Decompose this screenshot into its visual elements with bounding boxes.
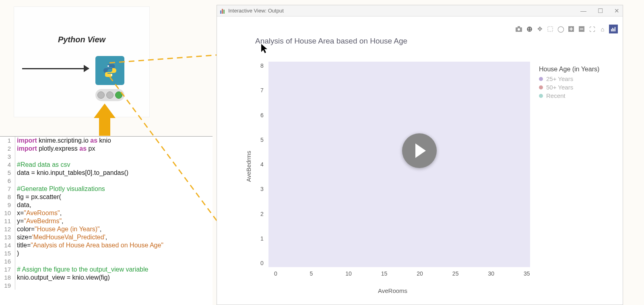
- legend-item[interactable]: 50+ Years: [539, 84, 599, 91]
- plotly-logo-icon[interactable]: [609, 25, 618, 33]
- y-tick: 5: [260, 137, 264, 143]
- x-tick: 0: [274, 270, 277, 277]
- chart-legend[interactable]: House Age (in Years) 25+ Years50+ YearsR…: [539, 66, 599, 101]
- camera-icon[interactable]: [515, 25, 523, 33]
- box-select-icon[interactable]: [546, 25, 554, 33]
- svg-point-1: [111, 74, 112, 76]
- reset-axes-icon[interactable]: ⌂: [599, 25, 607, 33]
- y-tick: 2: [260, 211, 264, 217]
- play-button[interactable]: [402, 133, 437, 168]
- y-tick: 3: [260, 186, 264, 192]
- zoom-out-icon[interactable]: [578, 25, 586, 33]
- svg-rect-9: [612, 28, 613, 31]
- y-tick: 6: [260, 112, 264, 118]
- x-axis-label: AveRooms: [378, 287, 407, 294]
- legend-item[interactable]: 25+ Years: [539, 75, 599, 82]
- y-axis-label: AveBedrms: [245, 151, 252, 182]
- plot-area[interactable]: [268, 62, 530, 267]
- x-tick: 5: [310, 270, 313, 277]
- x-tick: 15: [381, 270, 388, 277]
- window-icon: [220, 8, 226, 14]
- legend-item[interactable]: Recent: [539, 92, 599, 99]
- autoscale-icon[interactable]: ⛶: [588, 25, 596, 33]
- lasso-icon[interactable]: ◯: [557, 25, 565, 33]
- zoom-in-icon[interactable]: [567, 25, 575, 33]
- x-tick: 20: [417, 270, 423, 277]
- zoom-icon[interactable]: ⊕: [525, 25, 533, 33]
- y-tick: 7: [260, 87, 264, 93]
- legend-title: House Age (in Years): [539, 66, 599, 73]
- output-window: Interactive View: Output — ☐ ✕ ⊕ ✥ ◯ ⛶ ⌂…: [217, 5, 623, 305]
- x-tick: 25: [452, 270, 459, 277]
- plotly-toolbar: ⊕ ✥ ◯ ⛶ ⌂: [515, 25, 618, 33]
- pan-icon[interactable]: ✥: [536, 25, 544, 33]
- svg-rect-5: [548, 27, 553, 31]
- minimize-button[interactable]: —: [580, 7, 586, 15]
- svg-point-0: [107, 65, 109, 67]
- x-tick: 10: [345, 270, 352, 277]
- window-titlebar[interactable]: Interactive View: Output — ☐ ✕: [217, 5, 623, 17]
- node-input-port: [22, 68, 89, 69]
- svg-rect-3: [518, 26, 520, 28]
- svg-rect-8: [611, 29, 612, 31]
- svg-point-4: [518, 28, 520, 31]
- node-title: Python View: [14, 35, 149, 44]
- cursor-icon: [260, 43, 268, 56]
- chart-title: Analysis of House Area based on House Ag…: [255, 37, 407, 46]
- close-button[interactable]: ✕: [614, 7, 619, 15]
- y-tick: 0: [260, 260, 264, 266]
- y-tick: 4: [260, 161, 264, 168]
- svg-rect-11: [615, 27, 615, 31]
- window-title: Interactive View: Output: [228, 8, 284, 14]
- x-tick: 30: [488, 270, 494, 277]
- y-tick: 8: [260, 62, 264, 69]
- y-tick: 1: [260, 235, 264, 242]
- maximize-button[interactable]: ☐: [598, 7, 603, 15]
- svg-rect-10: [613, 29, 614, 31]
- x-tick: 35: [524, 270, 530, 277]
